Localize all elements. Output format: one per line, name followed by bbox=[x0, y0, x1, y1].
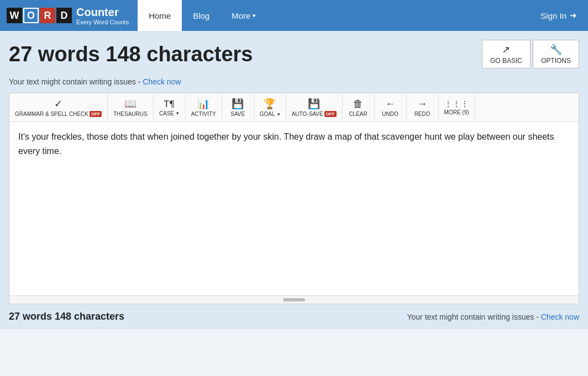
redo-button[interactable]: → REDO bbox=[407, 94, 439, 121]
activity-icon: 📊 bbox=[197, 98, 209, 110]
more-dropdown-icon: ▾ bbox=[253, 12, 256, 19]
logo-o: O bbox=[23, 8, 39, 23]
undo-label: UNDO bbox=[382, 111, 398, 117]
activity-button[interactable]: 📊 ACTIVITY bbox=[186, 93, 222, 121]
case-icon: T¶ bbox=[164, 99, 175, 109]
save-label: SAVE bbox=[230, 111, 245, 117]
editor-textarea[interactable]: It's your freckles, those dots that when… bbox=[9, 122, 579, 293]
more-button[interactable]: ⋮⋮⋮ MORE (9) bbox=[439, 95, 475, 120]
issues-text: Your text might contain writing issues - bbox=[9, 77, 140, 86]
grammar-spell-check-button[interactable]: ✓ GRAMMAR & SPELL CHECK OFF bbox=[9, 93, 108, 121]
scroll-hint bbox=[9, 295, 579, 304]
go-basic-icon: ↗ bbox=[502, 44, 510, 56]
case-label: CASE bbox=[159, 110, 179, 116]
grammar-label: GRAMMAR & SPELL CHECK OFF bbox=[15, 111, 102, 117]
auto-save-button[interactable]: 💾 AUTO-SAVE OFF bbox=[286, 93, 343, 121]
goal-button[interactable]: 🏆 GOAL bbox=[254, 93, 286, 121]
logo-text: Counter Every Word Counts bbox=[76, 6, 129, 25]
redo-label: REDO bbox=[414, 111, 431, 117]
main-wrapper: 27 words 148 characters ↗ GO BASIC 🔧 OPT… bbox=[0, 31, 588, 304]
go-basic-button[interactable]: ↗ GO BASIC bbox=[482, 40, 531, 68]
signin-icon: ➜ bbox=[570, 10, 577, 20]
thesaurus-label: THESAURUS bbox=[113, 111, 148, 117]
toolbar: ✓ GRAMMAR & SPELL CHECK OFF 📖 THESAURUS … bbox=[9, 93, 579, 122]
footer-word-count: 27 words 148 characters bbox=[9, 311, 124, 322]
logo-r: R bbox=[40, 8, 55, 23]
editor-section: ✓ GRAMMAR & SPELL CHECK OFF 📖 THESAURUS … bbox=[9, 93, 579, 304]
word-count-display: 27 words 148 characters bbox=[9, 43, 253, 66]
options-icon: 🔧 bbox=[550, 44, 562, 56]
goal-icon: 🏆 bbox=[264, 98, 276, 110]
more-icon: ⋮⋮⋮ bbox=[444, 99, 469, 108]
save-button[interactable]: 💾 SAVE bbox=[222, 93, 254, 121]
check-now-link-top[interactable]: Check now bbox=[143, 77, 181, 86]
footer-issues: Your text might contain writing issues -… bbox=[407, 313, 579, 321]
issues-bar: Your text might contain writing issues -… bbox=[9, 73, 579, 93]
clear-button[interactable]: 🗑 CLEAR bbox=[343, 94, 375, 121]
undo-button[interactable]: ← UNDO bbox=[375, 94, 407, 121]
auto-save-label: AUTO-SAVE OFF bbox=[292, 111, 337, 117]
stats-bar: 27 words 148 characters ↗ GO BASIC 🔧 OPT… bbox=[9, 40, 579, 68]
navbar: W O R D Counter Every Word Counts Home B… bbox=[0, 0, 588, 31]
grammar-icon: ✓ bbox=[54, 98, 62, 110]
logo: W O R D Counter Every Word Counts bbox=[0, 6, 135, 25]
case-button[interactable]: T¶ CASE bbox=[154, 94, 186, 121]
thesaurus-button[interactable]: 📖 THESAURUS bbox=[108, 93, 154, 121]
logo-title: Counter bbox=[76, 6, 129, 19]
redo-icon: → bbox=[417, 98, 427, 110]
thesaurus-icon: 📖 bbox=[124, 98, 136, 110]
go-basic-label: GO BASIC bbox=[490, 57, 522, 65]
options-label: OPTIONS bbox=[541, 57, 571, 65]
auto-save-icon: 💾 bbox=[308, 98, 320, 110]
footer-bar: 27 words 148 characters Your text might … bbox=[0, 304, 588, 329]
signin-label: Sign In bbox=[540, 11, 566, 20]
scroll-thumb bbox=[283, 298, 305, 301]
logo-d: D bbox=[56, 8, 72, 23]
nav-tab-more[interactable]: More ▾ bbox=[221, 0, 267, 31]
signin-button[interactable]: Sign In ➜ bbox=[529, 10, 588, 20]
footer-issues-text: Your text might contain writing issues - bbox=[407, 313, 538, 321]
save-icon: 💾 bbox=[232, 98, 244, 110]
nav-tab-blog[interactable]: Blog bbox=[182, 0, 221, 31]
undo-icon: ← bbox=[385, 98, 395, 110]
nav-tab-home[interactable]: Home bbox=[138, 0, 182, 31]
check-now-link-bottom[interactable]: Check now bbox=[541, 313, 579, 321]
activity-label: ACTIVITY bbox=[191, 111, 216, 117]
options-button[interactable]: 🔧 OPTIONS bbox=[533, 40, 579, 68]
goal-label: GOAL bbox=[260, 111, 280, 117]
clear-label: CLEAR bbox=[349, 111, 367, 117]
nav-tabs: Home Blog More ▾ bbox=[138, 0, 267, 31]
auto-save-off-badge: OFF bbox=[324, 111, 337, 117]
stats-buttons: ↗ GO BASIC 🔧 OPTIONS bbox=[482, 40, 579, 68]
grammar-off-badge: OFF bbox=[90, 111, 102, 117]
more-label: MORE (9) bbox=[444, 109, 469, 115]
clear-icon: 🗑 bbox=[353, 98, 363, 110]
logo-subtitle: Every Word Counts bbox=[76, 19, 129, 25]
logo-w: W bbox=[7, 8, 22, 23]
